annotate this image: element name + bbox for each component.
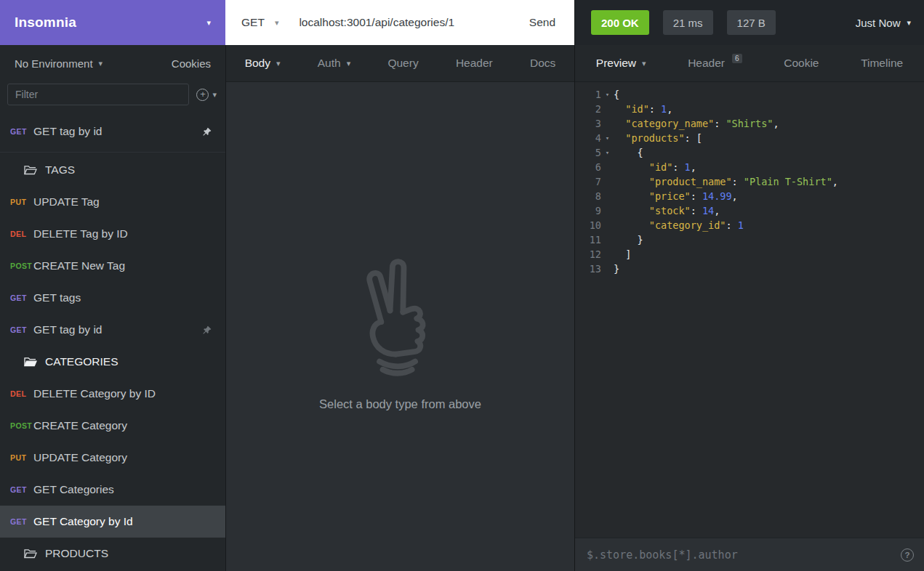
url-input[interactable]: localhost:3001/api/categories/1 bbox=[299, 16, 529, 29]
sidebar-request-get-category-by-id[interactable]: GETGET Category by Id bbox=[0, 506, 225, 538]
insomnia-app: Insomnia ▾ No Environment ▾ Cookies + ▾ … bbox=[0, 0, 924, 571]
fold-spacer bbox=[601, 189, 614, 203]
url-bar: GET ▾ localhost:3001/api/categories/1 Se… bbox=[225, 0, 574, 45]
code-line: 4▾ "products": [ bbox=[575, 131, 924, 145]
fold-toggle-icon[interactable]: ▾ bbox=[601, 145, 614, 160]
method-badge: POST bbox=[0, 262, 33, 270]
request-label: CREATE Category bbox=[33, 419, 225, 432]
fold-spacer bbox=[601, 102, 614, 116]
line-number: 2 bbox=[575, 102, 601, 116]
sidebar-request-get-tag-by-id[interactable]: GETGET tag by id bbox=[0, 314, 225, 346]
response-size-badge: 127 B bbox=[727, 10, 776, 35]
send-button[interactable]: Send bbox=[529, 16, 555, 29]
request-collection-list: TAGSPUTUPDATE TagDELDELETE Tag by IDPOST… bbox=[0, 153, 225, 571]
chevron-down-icon: ▾ bbox=[206, 18, 211, 28]
sidebar-request-get-tag-by-id-pinned[interactable]: GETGET tag by id bbox=[0, 117, 225, 146]
chevron-down-icon: ▾ bbox=[99, 59, 103, 68]
sidebar-filter-input[interactable] bbox=[7, 84, 189, 105]
response-status-bar: 200 OK 21 ms 127 B Just Now ▾ bbox=[575, 0, 924, 45]
environment-dropdown[interactable]: No Environment ▾ bbox=[15, 57, 103, 70]
sidebar-request-update-tag[interactable]: PUTUPDATE Tag bbox=[0, 186, 225, 218]
code-text: "stock": 14, bbox=[614, 203, 720, 218]
method-badge: GET bbox=[0, 325, 33, 334]
request-label: GET tag by id bbox=[33, 125, 202, 138]
sidebar-request-get-tags[interactable]: GETGET tags bbox=[0, 282, 225, 314]
response-tab-header[interactable]: Header6 bbox=[680, 45, 749, 81]
response-filter-bar: ? bbox=[575, 538, 924, 571]
empty-body-placeholder: Select a body type from above bbox=[226, 251, 574, 411]
folder-open-icon bbox=[24, 165, 37, 175]
fold-spacer bbox=[601, 116, 614, 131]
tab-label: Header bbox=[456, 57, 493, 70]
chevron-down-icon: ▾ bbox=[347, 59, 351, 68]
fold-spacer bbox=[601, 247, 614, 262]
request-tab-auth[interactable]: Auth▾ bbox=[310, 45, 358, 81]
line-number: 8 bbox=[575, 189, 601, 203]
request-pane-lower: Body▾Auth▾QueryHeaderDocs Select a body … bbox=[225, 45, 574, 571]
line-number: 1 bbox=[575, 87, 601, 102]
pin-icon[interactable] bbox=[202, 325, 225, 335]
chevron-down-icon: ▾ bbox=[275, 18, 279, 28]
request-tab-body[interactable]: Body▾ bbox=[238, 45, 288, 81]
tab-label: Preview bbox=[596, 57, 636, 70]
sidebar: Insomnia ▾ No Environment ▾ Cookies + ▾ … bbox=[0, 0, 225, 571]
fold-spacer bbox=[601, 174, 614, 189]
filter-help-icon[interactable]: ? bbox=[901, 548, 914, 562]
sidebar-request-delete-category-by-id[interactable]: DELDELETE Category by ID bbox=[0, 378, 225, 410]
sidebar-request-delete-tag-by-id[interactable]: DELDELETE Tag by ID bbox=[0, 218, 225, 250]
workspace-dropdown[interactable]: Insomnia ▾ bbox=[0, 0, 225, 45]
environment-label: No Environment bbox=[15, 57, 93, 70]
cookies-button[interactable]: Cookies bbox=[172, 57, 211, 70]
fold-spacer bbox=[601, 218, 614, 232]
request-label: CREATE New Tag bbox=[33, 259, 225, 272]
pin-icon[interactable] bbox=[202, 127, 225, 137]
chevron-down-icon: ▾ bbox=[907, 18, 911, 28]
request-tab-header[interactable]: Header bbox=[449, 45, 500, 81]
tab-label: Timeline bbox=[861, 57, 903, 70]
fold-spacer bbox=[601, 203, 614, 218]
folder-open-icon bbox=[24, 548, 37, 559]
code-text: "price": 14.99, bbox=[614, 189, 738, 203]
line-number: 13 bbox=[575, 262, 601, 276]
sidebar-folder-categories[interactable]: CATEGORIES bbox=[0, 346, 225, 378]
sidebar-request-create-category[interactable]: POSTCREATE Category bbox=[0, 410, 225, 442]
response-tab-timeline[interactable]: Timeline bbox=[853, 45, 910, 81]
sidebar-request-update-category[interactable]: PUTUPDATE Category bbox=[0, 442, 225, 474]
line-number: 4 bbox=[575, 131, 601, 145]
code-text: "products": [ bbox=[614, 131, 702, 145]
request-pane: GET ▾ localhost:3001/api/categories/1 Se… bbox=[225, 0, 574, 571]
request-tab-query[interactable]: Query bbox=[380, 45, 425, 81]
tab-label: Auth bbox=[318, 57, 341, 70]
fold-toggle-icon[interactable]: ▾ bbox=[601, 131, 614, 145]
line-number: 7 bbox=[575, 174, 601, 189]
body-placeholder-text: Select a body type from above bbox=[319, 397, 481, 411]
request-tab-docs[interactable]: Docs bbox=[523, 45, 563, 81]
sidebar-request-create-new-tag[interactable]: POSTCREATE New Tag bbox=[0, 250, 225, 282]
fold-toggle-icon[interactable]: ▾ bbox=[601, 87, 614, 102]
sidebar-folder-tags[interactable]: TAGS bbox=[0, 154, 225, 186]
history-label: Just Now bbox=[856, 17, 901, 29]
method-badge: PUT bbox=[0, 453, 33, 462]
peace-hand-icon bbox=[343, 251, 458, 378]
line-number: 6 bbox=[575, 160, 601, 174]
app-title: Insomnia bbox=[15, 15, 76, 31]
tab-label: Query bbox=[387, 57, 418, 70]
request-label: GET Category by Id bbox=[33, 515, 225, 528]
code-text: } bbox=[614, 262, 619, 276]
response-tab-cookie[interactable]: Cookie bbox=[776, 45, 826, 81]
sidebar-request-get-categories[interactable]: GETGET Categories bbox=[0, 474, 225, 506]
tab-label: Body bbox=[245, 57, 270, 70]
response-tab-preview[interactable]: Preview▾ bbox=[589, 45, 654, 81]
code-text: ] bbox=[614, 247, 631, 262]
response-history-dropdown[interactable]: Just Now ▾ bbox=[856, 17, 911, 29]
method-dropdown[interactable]: GET ▾ bbox=[241, 16, 278, 29]
response-tabs: Preview▾Header6CookieTimeline bbox=[575, 45, 924, 82]
request-label: GET tag by id bbox=[33, 323, 202, 336]
create-request-button[interactable]: + ▾ bbox=[196, 89, 217, 101]
sidebar-folder-products[interactable]: PRODUCTS bbox=[0, 538, 225, 570]
response-pane: 200 OK 21 ms 127 B Just Now ▾ Preview▾He… bbox=[574, 0, 924, 571]
code-text: "id": 1, bbox=[614, 160, 696, 174]
method-badge: GET bbox=[0, 517, 33, 526]
response-body-code[interactable]: 1▾{2 "id": 1,3 "category_name": "Shirts"… bbox=[575, 82, 924, 538]
response-filter-input[interactable] bbox=[587, 548, 893, 562]
